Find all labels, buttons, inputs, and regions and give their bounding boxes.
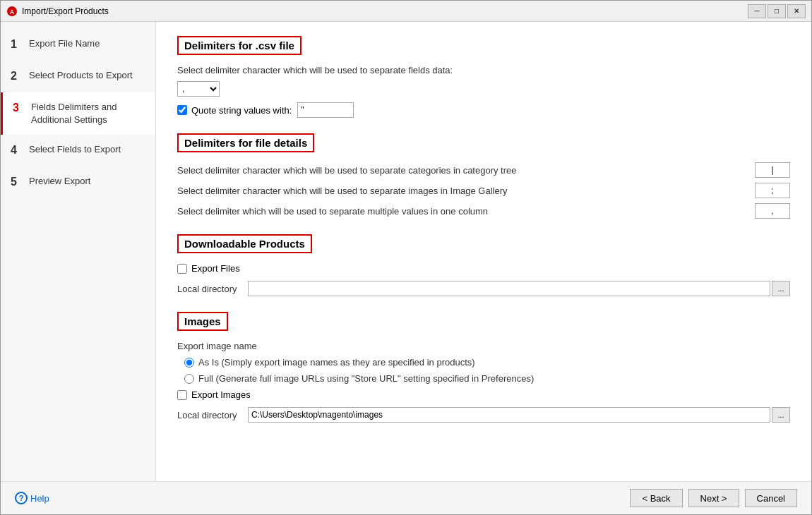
step-label-3: Fields Delimiters and Additional Setting…	[31, 101, 145, 126]
csv-section-title: Delimiters for .csv file	[177, 36, 301, 55]
step-number-2: 2	[11, 69, 22, 84]
export-images-checkbox[interactable]	[177, 390, 187, 400]
csv-delimiter-row: Select delimiter character which will be…	[177, 65, 790, 75]
step-label-2: Select Products to Export	[29, 69, 133, 82]
multivalue-delimiter-input[interactable]	[755, 203, 790, 219]
radio-as-is[interactable]	[184, 358, 194, 368]
minimize-button[interactable]: ─	[748, 4, 766, 18]
help-label: Help	[30, 493, 49, 504]
step-label-5: Preview Export	[29, 175, 90, 188]
images-local-dir-label: Local directory	[177, 410, 248, 420]
downloadable-local-dir-input[interactable]	[248, 281, 770, 296]
radio-full-label: Full (Generate full image URLs using "St…	[198, 373, 534, 384]
radio-full-row: Full (Generate full image URLs using "St…	[177, 373, 790, 384]
nav-buttons: < Back Next > Cancel	[630, 489, 797, 507]
file-details-section: Delimiters for file details Select delim…	[177, 133, 790, 219]
step-number-1: 1	[11, 37, 22, 52]
quote-checkbox-row: Quote string values with:	[177, 102, 790, 118]
sidebar-item-5[interactable]: 5 Preview Export	[1, 166, 155, 198]
csv-delimiter-label: Select delimiter character which will be…	[177, 65, 453, 75]
file-details-title: Delimiters for file details	[177, 133, 314, 152]
sidebar-item-4[interactable]: 4 Select Fields to Export	[1, 135, 155, 166]
step-number-5: 5	[11, 175, 22, 190]
images-local-dir-input[interactable]	[248, 407, 770, 423]
category-delimiter-input[interactable]	[755, 162, 790, 178]
multivalue-delimiter-label: Select delimiter which will be used to s…	[177, 206, 755, 217]
quote-checkbox[interactable]	[177, 105, 187, 115]
quote-label: Quote string values with:	[191, 105, 292, 116]
step-label-4: Select Fields to Export	[29, 143, 121, 156]
csv-delimiter-select-row: , ; |	[177, 81, 790, 97]
title-bar: A Import/Export Products ─ □ ✕	[1, 1, 811, 22]
content-area: 1 Export File Name 2 Select Products to …	[1, 22, 811, 481]
bottom-bar: ? Help < Back Next > Cancel	[1, 481, 811, 514]
maximize-button[interactable]: □	[768, 4, 786, 18]
main-panel: Delimiters for .csv file Select delimite…	[156, 22, 811, 481]
images-local-dir-row: Local directory ...	[177, 407, 790, 423]
radio-full[interactable]	[184, 374, 194, 384]
help-icon: ?	[15, 492, 28, 504]
step-number-3: 3	[13, 101, 24, 116]
downloadable-local-dir-row: Local directory ...	[177, 281, 790, 296]
image-delimiter-label: Select delimiter character which will be…	[177, 186, 755, 196]
back-button[interactable]: < Back	[630, 489, 682, 507]
category-delimiter-label: Select delimiter character which will be…	[177, 165, 755, 176]
sidebar: 1 Export File Name 2 Select Products to …	[1, 22, 156, 481]
step-label-1: Export File Name	[29, 37, 100, 50]
help-link[interactable]: ? Help	[15, 492, 49, 504]
cancel-button[interactable]: Cancel	[745, 489, 797, 507]
images-section-title: Images	[177, 312, 228, 331]
export-images-label: Export Images	[191, 389, 251, 400]
image-delimiter-row: Select delimiter character which will be…	[177, 183, 790, 198]
downloadable-browse-button[interactable]: ...	[772, 281, 790, 296]
export-images-row: Export Images	[177, 389, 790, 400]
images-section: Images Export image name As Is (Simply e…	[177, 312, 790, 423]
multivalue-delimiter-row: Select delimiter which will be used to s…	[177, 203, 790, 219]
export-files-label: Export Files	[191, 263, 240, 274]
export-image-name-label: Export image name	[177, 341, 790, 351]
radio-as-is-row: As Is (Simply export image names as they…	[177, 357, 790, 368]
export-files-checkbox[interactable]	[177, 264, 187, 274]
radio-as-is-label: As Is (Simply export image names as they…	[198, 357, 475, 368]
window-title: Import/Export Products	[22, 6, 748, 16]
csv-delimiter-select[interactable]: , ; |	[177, 81, 220, 97]
sidebar-item-2[interactable]: 2 Select Products to Export	[1, 61, 155, 92]
downloadable-section: Downloadable Products Export Files Local…	[177, 234, 790, 296]
window-controls: ─ □ ✕	[748, 4, 806, 18]
sidebar-item-3[interactable]: 3 Fields Delimiters and Additional Setti…	[1, 92, 155, 135]
images-browse-button[interactable]: ...	[772, 407, 790, 423]
csv-section: Delimiters for .csv file Select delimite…	[177, 36, 790, 118]
category-delimiter-row: Select delimiter character which will be…	[177, 162, 790, 178]
close-button[interactable]: ✕	[787, 4, 806, 18]
export-files-row: Export Files	[177, 263, 790, 274]
sidebar-item-1[interactable]: 1 Export File Name	[1, 29, 155, 61]
downloadable-local-dir-label: Local directory	[177, 284, 248, 294]
main-window: A Import/Export Products ─ □ ✕ 1 Export …	[0, 0, 812, 515]
svg-text:A: A	[10, 8, 15, 16]
downloadable-section-title: Downloadable Products	[177, 234, 312, 253]
quote-value-input[interactable]	[297, 102, 354, 118]
next-button[interactable]: Next >	[688, 489, 739, 507]
app-icon: A	[6, 6, 18, 17]
step-number-4: 4	[11, 143, 22, 158]
image-delimiter-input[interactable]	[755, 183, 790, 198]
